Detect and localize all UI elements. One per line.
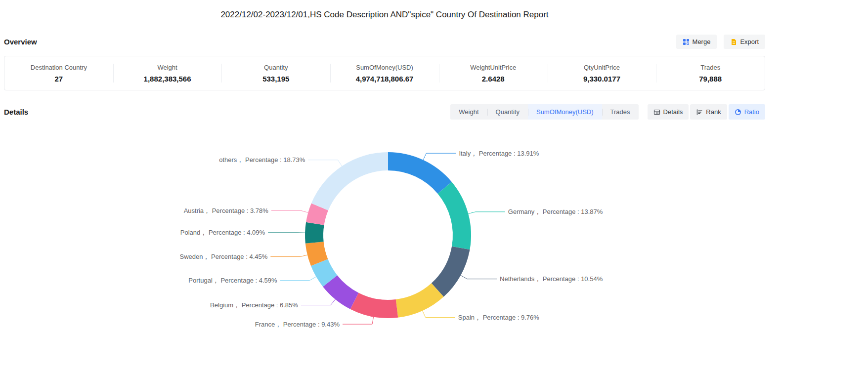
stat-value: 533,195	[221, 75, 330, 83]
pie-leader-others	[308, 160, 342, 166]
metric-tabs: WeightQuantitySumOfMoney(USD)Trades	[450, 104, 638, 120]
pie-label-portugal: Portugal， Percentage : 4.59%	[188, 277, 277, 284]
pie-label-germany: Germany， Percentage : 13.87%	[508, 208, 603, 215]
stat-weightunitprice: WeightUnitPrice2.6428	[439, 64, 548, 83]
details-header-row: Details WeightQuantitySumOfMoney(USD)Tra…	[0, 104, 769, 120]
export-button[interactable]: Export	[724, 35, 765, 49]
pie-slice-poland[interactable]	[305, 222, 324, 244]
pie-label-spain: Spain， Percentage : 9.76%	[458, 314, 539, 321]
pie-slice-italy[interactable]	[388, 152, 452, 194]
stat-label: QtyUnitPrice	[548, 64, 656, 71]
pie-leader-portugal	[280, 277, 316, 281]
pie-leader-belgium	[301, 299, 336, 305]
export-button-label: Export	[740, 38, 759, 45]
stat-label: Quantity	[221, 64, 330, 71]
details-tab-area: WeightQuantitySumOfMoney(USD)Trades Deta…	[450, 104, 765, 120]
view-tab-rank[interactable]: Rank	[690, 104, 727, 120]
stat-value: 79,888	[656, 75, 765, 83]
stat-weight: Weight1,882,383,566	[113, 64, 222, 83]
view-tab-ratio[interactable]: Ratio	[729, 104, 765, 120]
stat-qtyunitprice: QtyUnitPrice9,330.0177	[548, 64, 656, 83]
pie-leader-netherlands	[461, 275, 497, 279]
pie-label-others: others， Percentage : 18.73%	[219, 156, 305, 164]
overview-actions: MergeExport	[676, 35, 765, 49]
stat-label: Weight	[113, 64, 222, 71]
pie-leader-spain	[423, 311, 455, 318]
stat-value: 4,974,718,806.67	[330, 75, 439, 83]
pie-label-sweden: Sweden， Percentage : 4.45%	[180, 253, 268, 260]
merge-button-label: Merge	[693, 38, 711, 45]
stat-sumofmoney-usd: SumOfMoney(USD)4,974,718,806.67	[330, 64, 439, 83]
pie-label-netherlands: Netherlands， Percentage : 10.54%	[500, 275, 603, 283]
stat-trades: Trades79,888	[656, 64, 765, 83]
overview-stats-card: Destination Country27Weight1,882,383,566…	[4, 56, 765, 90]
tab-sumofmoney-usd[interactable]: SumOfMoney(USD)	[528, 104, 602, 120]
view-tab-label: Rank	[706, 108, 721, 116]
tab-quantity[interactable]: Quantity	[487, 104, 528, 120]
stat-value: 2.6428	[439, 75, 548, 83]
page-title: 2022/12/02-2023/12/01,HS Code Descriptio…	[0, 0, 769, 20]
pie-slice-germany[interactable]	[437, 182, 471, 249]
export-icon	[730, 39, 737, 45]
tab-weight[interactable]: Weight	[450, 104, 487, 120]
ratio-icon	[735, 109, 741, 116]
pie-slice-others[interactable]	[311, 152, 388, 210]
view-tab-label: Ratio	[744, 108, 759, 116]
rank-icon	[696, 109, 703, 116]
overview-header-row: Overview MergeExport	[0, 35, 769, 49]
stat-value: 27	[4, 75, 113, 83]
report-page: 2022/12/02-2023/12/01,HS Code Descriptio…	[0, 0, 769, 367]
merge-button[interactable]: Merge	[676, 35, 717, 49]
stat-label: WeightUnitPrice	[439, 64, 548, 71]
pie-slice-netherlands[interactable]	[432, 247, 470, 297]
stat-value: 9,330.0177	[548, 75, 656, 83]
pie-label-belgium: Belgium， Percentage : 6.85%	[210, 301, 298, 309]
stat-value: 1,882,383,566	[113, 75, 222, 83]
stat-quantity: Quantity533,195	[221, 64, 330, 83]
view-tabs: DetailsRankRatio	[648, 104, 765, 120]
view-tab-details[interactable]: Details	[648, 104, 689, 120]
pie-label-poland: Poland， Percentage : 4.09%	[180, 229, 265, 236]
pie-leader-sweden	[270, 255, 307, 257]
pie-label-france: France， Percentage : 9.43%	[255, 321, 340, 328]
pie-label-italy: Italy， Percentage : 13.91%	[459, 150, 539, 157]
donut-chart-svg: Italy， Percentage : 13.91%Germany， Perce…	[4, 124, 769, 367]
overview-heading: Overview	[4, 38, 37, 46]
pie-slice-france[interactable]	[350, 293, 398, 318]
table-icon	[653, 109, 660, 116]
pie-leader-italy	[423, 153, 456, 160]
merge-icon	[683, 39, 690, 45]
stat-destination-country: Destination Country27	[4, 64, 113, 83]
donut-chart: Italy， Percentage : 13.91%Germany， Perce…	[0, 124, 769, 367]
pie-label-austria: Austria， Percentage : 3.78%	[184, 207, 269, 214]
details-heading: Details	[4, 108, 28, 116]
pie-leader-germany	[468, 212, 505, 214]
stat-label: Trades	[656, 64, 765, 71]
stat-label: SumOfMoney(USD)	[330, 64, 439, 71]
stat-label: Destination Country	[4, 64, 113, 71]
pie-leader-austria	[271, 210, 308, 212]
view-tab-label: Details	[663, 108, 683, 116]
tab-trades[interactable]: Trades	[602, 104, 639, 120]
pie-leader-france	[343, 317, 374, 324]
